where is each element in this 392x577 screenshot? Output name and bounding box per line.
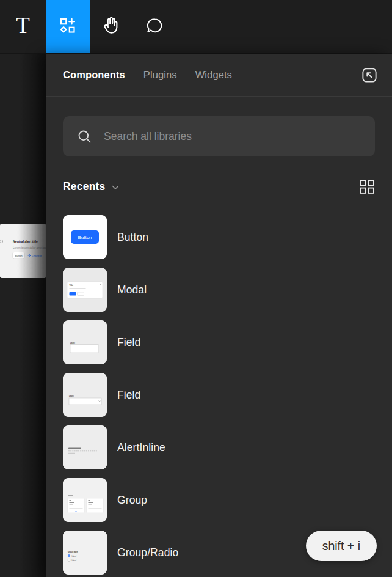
item-label: Group <box>117 494 147 507</box>
thumbnail-field-select: Label <box>63 373 107 417</box>
toolbar: T <box>0 0 392 54</box>
item-label: Group/Radio <box>117 546 178 559</box>
resources-panel: Components Plugins Widgets Recents <box>46 54 392 577</box>
panel-tab-bar: Components Plugins Widgets <box>46 54 392 97</box>
thumb-radio-group-label: Group label <box>68 551 78 553</box>
grid-view-toggle[interactable] <box>360 180 375 194</box>
tab-components[interactable]: Components <box>63 69 125 81</box>
assets-tool-button[interactable] <box>46 0 90 53</box>
thumbnail-group-radio: Group label Label Label <box>63 531 107 575</box>
popout-button[interactable] <box>359 65 380 86</box>
thumb-field-label: Label <box>70 342 75 344</box>
grid-icon <box>360 180 375 194</box>
panel-shadow-overlay <box>0 54 46 577</box>
thumbnail-button: Button <box>63 215 107 259</box>
thumbnail-modal: Title <box>63 268 107 312</box>
text-tool-icon: T <box>16 14 30 39</box>
thumbnail-group <box>63 478 107 522</box>
components-list: Button Button Title <box>63 194 392 575</box>
thumb-radio-option-label: Label <box>72 559 77 562</box>
thumb-field-label: Label <box>69 395 74 397</box>
comment-tool-icon <box>145 16 165 38</box>
list-item-group[interactable]: Group <box>63 478 392 522</box>
thumb-modal-title: Title <box>70 284 74 287</box>
recents-title: Recents <box>63 180 106 193</box>
shortcut-hint-badge: shift + i <box>306 531 377 561</box>
list-item-field-1[interactable]: Label Field <box>63 320 392 364</box>
item-label: Field <box>117 389 140 402</box>
item-label: Field <box>117 336 140 349</box>
tab-plugins[interactable]: Plugins <box>143 69 177 81</box>
item-label: AlertInline <box>117 441 165 454</box>
shortcut-hint-text: shift + i <box>322 539 360 553</box>
thumbnail-alertinline <box>63 425 107 469</box>
popout-icon <box>360 66 379 84</box>
search-input[interactable] <box>104 130 361 143</box>
recents-header: Recents <box>63 178 375 194</box>
search-icon <box>76 128 93 145</box>
hand-tool-button[interactable] <box>90 0 133 53</box>
comment-tool-button[interactable] <box>133 0 176 53</box>
search-bar[interactable] <box>63 116 375 156</box>
list-item-modal[interactable]: Title Modal <box>63 268 392 312</box>
hand-tool-icon <box>101 15 122 39</box>
item-label: Modal <box>117 284 147 296</box>
figma-app: T <box>0 0 392 577</box>
assets-tool-icon <box>59 17 77 37</box>
list-item-button[interactable]: Button Button <box>63 215 392 259</box>
item-label: Button <box>117 231 148 244</box>
list-item-alertinline[interactable]: AlertInline <box>63 425 392 469</box>
list-item-field-2[interactable]: Label Field <box>63 373 392 417</box>
thumb-radio-option-label: Label <box>72 555 77 557</box>
text-tool-button[interactable]: T <box>0 0 46 53</box>
tab-widgets[interactable]: Widgets <box>195 69 232 81</box>
chevron-down-icon[interactable] <box>112 183 119 190</box>
canvas-area[interactable]: Neutral alert title Lorem ipsum dolor am… <box>0 54 46 577</box>
thumb-button-label: Button <box>78 235 92 240</box>
thumbnail-field: Label <box>63 320 107 364</box>
